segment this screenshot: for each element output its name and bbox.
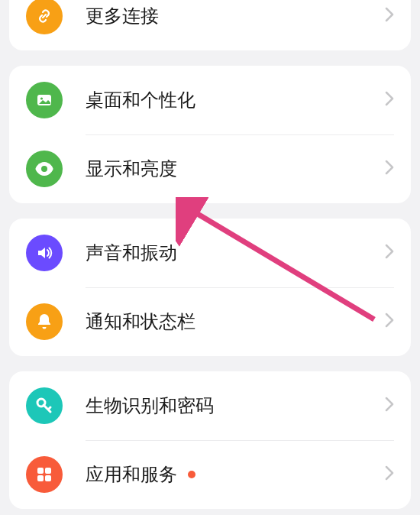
bell-icon [26, 303, 63, 340]
chevron-right-icon [385, 465, 394, 484]
svg-point-2 [41, 166, 47, 172]
eye-icon [26, 151, 63, 187]
chevron-right-icon [385, 313, 394, 331]
volume-icon [26, 235, 63, 271]
row-separator [86, 134, 394, 135]
settings-row-apps-services[interactable]: 应用和服务 [9, 440, 411, 509]
settings-row-desktop-personalization[interactable]: 桌面和个性化 [9, 66, 411, 134]
svg-rect-5 [45, 468, 51, 474]
settings-row-more-connections[interactable]: 更多连接 [9, 0, 411, 50]
svg-rect-6 [37, 475, 44, 481]
grid-icon [26, 456, 63, 493]
row-label: 生物识别和密码 [86, 394, 385, 418]
svg-point-1 [40, 97, 43, 99]
settings-group-4: 生物识别和密码 应用和服务 [9, 371, 411, 509]
row-label: 显示和亮度 [86, 157, 385, 181]
chevron-right-icon [385, 244, 394, 262]
notification-dot [188, 471, 195, 478]
row-label: 桌面和个性化 [86, 88, 385, 112]
settings-group-2: 桌面和个性化 显示和亮度 [9, 66, 411, 203]
settings-group-1: 更多连接 [9, 0, 411, 50]
chevron-right-icon [385, 397, 394, 415]
svg-rect-7 [45, 475, 51, 481]
chevron-right-icon [385, 91, 394, 109]
settings-row-display-brightness[interactable]: 显示和亮度 [9, 134, 411, 203]
row-label: 应用和服务 [86, 462, 177, 487]
row-label: 通知和状态栏 [86, 309, 385, 334]
row-separator [86, 287, 394, 288]
settings-row-notifications-statusbar[interactable]: 通知和状态栏 [9, 287, 411, 356]
row-label: 更多连接 [86, 4, 385, 28]
chevron-right-icon [385, 160, 394, 178]
chevron-right-icon [385, 7, 394, 25]
key-icon [26, 387, 63, 424]
row-label: 声音和振动 [86, 241, 385, 265]
settings-row-sound-vibration[interactable]: 声音和振动 [9, 219, 411, 287]
image-icon [26, 82, 63, 118]
settings-row-biometric-password[interactable]: 生物识别和密码 [9, 371, 411, 440]
settings-group-3: 声音和振动 通知和状态栏 [9, 219, 411, 356]
row-separator [86, 440, 394, 441]
link-icon [26, 0, 63, 34]
svg-rect-4 [37, 468, 44, 474]
